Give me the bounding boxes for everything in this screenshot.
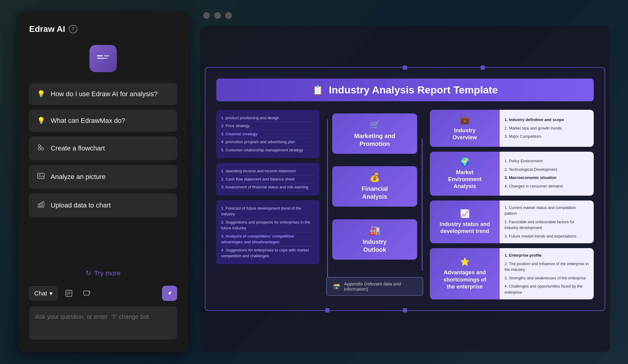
handle-top[interactable] (403, 66, 407, 70)
bottom-bar: Chat ▾ (29, 286, 177, 301)
industry-trend-row: 📈 Industry status anddevelopment trend 1… (430, 201, 594, 244)
star-icon: ⭐ (460, 257, 470, 267)
market-env-label: MarketEnvironmentAnalysis (448, 169, 481, 190)
financial-center-card: 💰 FinancialAnalysis (332, 166, 417, 207)
svg-rect-2 (104, 55, 109, 56)
handle-top-right[interactable] (481, 66, 485, 70)
window-dot-3 (225, 12, 232, 19)
right-panel: 📋 Industry Analysis Report Template 1. p… (200, 12, 610, 352)
logo-symbol (96, 50, 111, 68)
diagram-title-bar: 📋 Industry Analysis Report Template (216, 79, 594, 101)
overview-label: IndustryOverview (453, 127, 477, 141)
chat-input-container (29, 306, 177, 340)
marketing-detail-block: 1. product positioning and design 2. Pri… (216, 110, 319, 158)
bulb-icon-1: 💡 (37, 90, 45, 98)
window-controls (200, 12, 610, 19)
marketing-detail-4: 4. promotion program and advertising pla… (221, 138, 315, 146)
svg-rect-0 (97, 55, 103, 56)
panel-header: Edraw AI ? (29, 24, 177, 34)
appendix-icon: 🗃️ (333, 283, 340, 290)
advantages-sub-3: 3. Strengths and weaknesses of the enter… (505, 275, 589, 282)
canvas-area: 📋 Industry Analysis Report Template 1. p… (200, 26, 610, 352)
marketing-center-card: 🛒 Marketing andPromotion (332, 113, 417, 154)
marketing-label: Marketing andPromotion (354, 132, 395, 148)
finance-icon: 💰 (370, 172, 380, 182)
outlook-detail-2: 2. Suggestions and prospects for enterpr… (221, 218, 315, 232)
handle-bottom-left[interactable] (325, 308, 329, 312)
menu-label-2: What can EdrawMax do? (51, 117, 125, 125)
outlook-detail-3: 3. Analysis of competitors' competitive … (221, 232, 315, 246)
overview-row: 💼 IndustryOverview 1. Industry definitio… (430, 110, 594, 147)
help-icon[interactable]: ? (69, 25, 77, 33)
market-env-sub-2: 2. Technological Development (505, 166, 589, 173)
outlook-label: IndustryOutlook (363, 238, 387, 254)
globe-icon: 🌍 (460, 157, 470, 167)
financial-detail-2: 2. Cash flow statement and balance sheet (221, 175, 315, 184)
svg-rect-3 (104, 58, 107, 59)
menu-item-what-can-do[interactable]: 💡 What can EdrawMax do? (29, 110, 177, 132)
refresh-icon: ↻ (86, 269, 91, 277)
menu-label-5: Upload data to chart (51, 201, 111, 209)
send-button[interactable] (162, 286, 177, 301)
menu-label-4: Analyze an picture (51, 173, 106, 181)
advantages-sub-list: 1. Enterprise profile 2. The position an… (500, 248, 594, 299)
overview-sub-2: 2. Market size and growth trends (505, 125, 589, 132)
diagram-container: 📋 Industry Analysis Report Template 1. p… (205, 67, 605, 311)
financial-detail-3: 3. Assessment of financial status and ri… (221, 183, 315, 191)
industry-trend-label: Industry status anddevelopment trend (440, 221, 490, 235)
advantages-row: ⭐ Advantages andshortcomings ofthe enter… (430, 248, 594, 299)
appendix-bar: 🗃️ Appendix (relevant data and informati… (326, 277, 423, 296)
industry-trend-sub-2: 2. Favorable and unfavorable factors for… (505, 218, 589, 231)
outlook-detail-4: 4. Suggestions for enterprises to cope w… (221, 246, 315, 260)
overview-sub-3: 3. Major Competitors (505, 133, 589, 140)
chart-icon (37, 201, 45, 210)
advantages-label: Advantages andshortcomings ofthe enterpr… (443, 269, 486, 290)
window-dot-2 (214, 12, 221, 19)
appendix-label: Appendix (relevant data and information) (344, 281, 417, 292)
overview-sub-1: 1. Industry definition and scope (505, 116, 589, 123)
logo-container (29, 45, 177, 72)
market-env-row: 🌍 MarketEnvironmentAnalysis 1. Policy En… (430, 152, 594, 196)
briefcase-icon: 💼 (460, 115, 470, 125)
bulb-icon-2: 💡 (37, 117, 45, 125)
edit-icon-button[interactable] (62, 286, 76, 300)
diagram-title: Industry Analysis Report Template (329, 84, 498, 96)
market-env-sub-1: 1. Policy Environment (505, 157, 589, 165)
marketing-detail-2: 2. Price strategy (221, 122, 315, 130)
chat-select-label: Chat (34, 290, 47, 297)
menu-item-analyze-picture[interactable]: Analyze an picture (29, 165, 177, 189)
financial-label: FinancialAnalysis (362, 185, 388, 201)
menu-item-how-to-use[interactable]: 💡 How do I use Edraw AI for analysis? (29, 83, 177, 105)
logo-box (89, 45, 117, 72)
flowchart-icon (37, 143, 45, 153)
svg-point-5 (41, 148, 44, 150)
svg-point-4 (38, 145, 41, 147)
outlook-detail-block: 1. Forecast of future development trend … (216, 200, 319, 264)
try-more-label: Try more (94, 269, 120, 277)
industry-trend-sub-1: 1. Current market status and competition… (505, 204, 589, 217)
menu-item-create-flowchart[interactable]: Create a flowchart (29, 136, 177, 160)
outlook-detail-1: 1. Forecast of future development trend … (221, 204, 315, 218)
try-more-button[interactable]: ↻ Try more (29, 269, 177, 277)
menu-items: 💡 How do I use Edraw AI for analysis? 💡 … (29, 83, 177, 263)
add-image-button[interactable] (80, 286, 94, 300)
svg-rect-11 (40, 203, 42, 207)
chat-select[interactable]: Chat ▾ (29, 286, 58, 300)
marketing-detail-5: 5. Customer relationship management stra… (221, 146, 315, 154)
menu-item-upload-data[interactable]: Upload data to chart (29, 194, 177, 217)
industry-trend-sub-3: 3. Future market trends and expectations (505, 233, 589, 240)
picture-icon (37, 172, 45, 182)
financial-detail-block: 1. operating income and income statement… (216, 163, 319, 195)
industry-icon: 🏭 (370, 225, 380, 235)
handle-bottom[interactable] (403, 308, 407, 312)
market-env-sub-list: 1. Policy Environment 2. Technological D… (500, 152, 594, 196)
chevron-down-icon: ▾ (49, 290, 52, 297)
advantages-card: ⭐ Advantages andshortcomings ofthe enter… (430, 248, 500, 299)
svg-rect-10 (38, 204, 40, 207)
market-env-sub-4: 4. Changes in consumer demand (505, 183, 589, 190)
svg-point-9 (39, 174, 40, 176)
svg-point-6 (38, 148, 41, 150)
chat-input[interactable] (35, 313, 171, 334)
advantages-sub-1: 1. Enterprise profile (505, 252, 589, 259)
marketing-detail-1: 1. product positioning and design (221, 114, 315, 122)
